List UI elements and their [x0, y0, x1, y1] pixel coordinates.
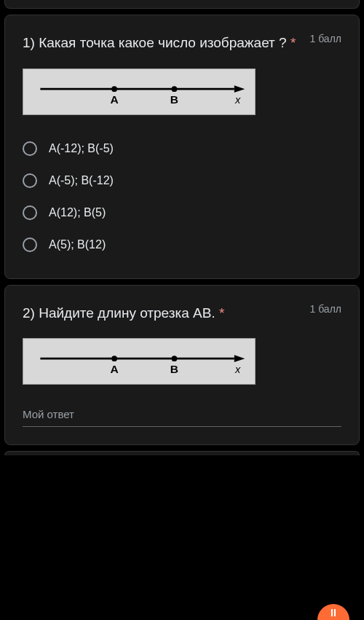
required-mark: *	[219, 305, 224, 321]
svg-marker-8	[234, 355, 245, 362]
svg-text:B: B	[170, 93, 178, 105]
question-title: 2) Найдите длину отрезка АВ. *	[23, 303, 310, 324]
radio-option-2[interactable]: A(-5); B(-12)	[23, 165, 341, 197]
radio-option-1[interactable]: A(-12); B(-5)	[23, 133, 341, 165]
question-header: 1) Какая точка какое число изображает ? …	[23, 33, 341, 54]
pause-icon: II	[331, 607, 336, 619]
radio-label: A(-5); B(-12)	[49, 174, 114, 187]
svg-point-9	[111, 356, 117, 361]
svg-text:x: x	[234, 93, 241, 105]
svg-point-10	[172, 356, 178, 361]
question-points: 1 балл	[310, 33, 342, 44]
number-line-image-1: A B x	[23, 68, 256, 115]
radio-option-4[interactable]: A(5); B(12)	[23, 229, 341, 261]
number-line-svg: A B x	[23, 69, 255, 114]
question-card-2: 2) Найдите длину отрезка АВ. * 1 балл A …	[4, 285, 360, 446]
svg-point-3	[172, 86, 178, 92]
radio-circle-icon	[23, 205, 37, 220]
radio-circle-icon	[23, 173, 37, 188]
question-text: 2) Найдите длину отрезка АВ.	[23, 305, 215, 321]
number-line-image-2: A B x	[23, 338, 256, 385]
number-line-svg: A B x	[23, 339, 255, 384]
radio-label: A(5); B(12)	[49, 238, 106, 251]
svg-text:A: A	[110, 363, 118, 375]
question-title: 1) Какая точка какое число изображает ? …	[23, 33, 310, 54]
question-points: 1 балл	[310, 303, 342, 315]
question-text: 1) Какая точка какое число изображает ?	[23, 35, 287, 50]
svg-marker-1	[234, 85, 245, 93]
question-header: 2) Найдите длину отрезка АВ. * 1 балл	[23, 303, 341, 324]
fab-button[interactable]: II	[317, 604, 349, 620]
radio-label: A(12); B(5)	[49, 206, 106, 219]
previous-card-bottom	[4, 0, 360, 9]
answer-input[interactable]	[23, 402, 341, 427]
next-card-top	[4, 451, 360, 455]
required-mark: *	[290, 35, 296, 50]
radio-circle-icon	[23, 141, 37, 156]
svg-point-2	[111, 86, 117, 92]
radio-circle-icon	[23, 238, 37, 252]
svg-text:B: B	[170, 363, 178, 375]
svg-text:x: x	[234, 364, 241, 375]
radio-option-3[interactable]: A(12); B(5)	[23, 197, 341, 229]
question-card-1: 1) Какая точка какое число изображает ? …	[4, 15, 360, 279]
text-input-container	[23, 402, 341, 427]
radio-label: A(-12); B(-5)	[49, 142, 114, 155]
svg-text:A: A	[110, 93, 118, 105]
